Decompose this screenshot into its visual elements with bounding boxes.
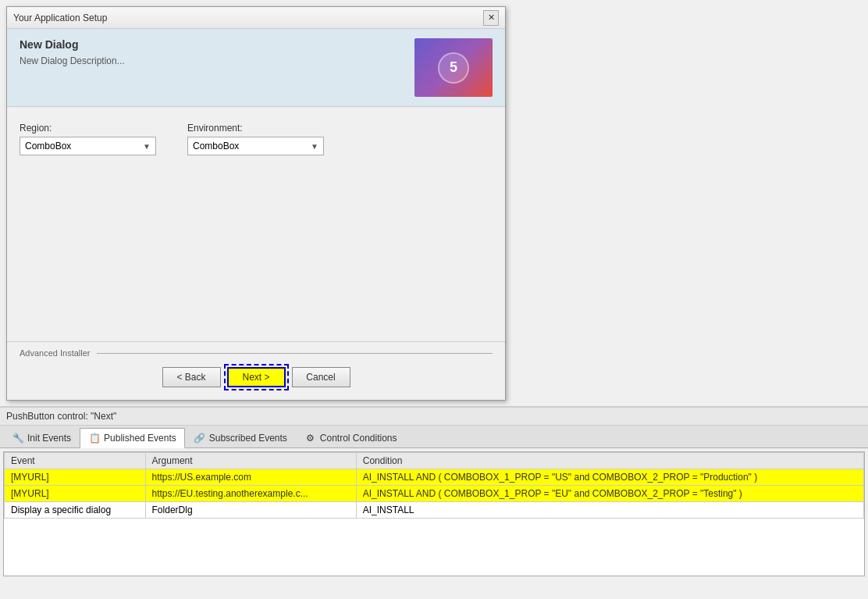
tab-init-events[interactable]: 🔧 Init Events bbox=[3, 427, 80, 447]
back-button[interactable]: < Back bbox=[162, 367, 221, 387]
footer-divider bbox=[97, 353, 493, 354]
tab-control-conditions-label: Control Conditions bbox=[320, 433, 397, 444]
dialog-titlebar: Your Application Setup ✕ bbox=[7, 7, 505, 29]
environment-label: Environment: bbox=[187, 123, 324, 134]
table-header-row: Event Argument Condition bbox=[5, 453, 864, 469]
dialog-header-text: New Dialog New Dialog Description... bbox=[20, 38, 125, 66]
row2-event: [MYURL] bbox=[5, 486, 146, 502]
tabs-bar: 🔧 Init Events 📋 Published Events 🔗 Subsc… bbox=[0, 426, 868, 448]
environment-combobox[interactable]: ComboBox ▼ bbox=[187, 137, 324, 155]
dialog-content: Region: ComboBox ▼ Environment: ComboBox… bbox=[7, 107, 505, 341]
row3-argument: FolderDlg bbox=[145, 502, 356, 519]
dialog-header-title: New Dialog bbox=[20, 38, 125, 51]
dialog-footer: Advanced Installer < Back Next > Cancel bbox=[7, 341, 505, 400]
table-row: [MYURL] https://US.example.com AI_INSTAL… bbox=[5, 469, 864, 486]
dialog-title: Your Application Setup bbox=[13, 12, 107, 23]
footer-buttons: < Back Next > Cancel bbox=[20, 364, 493, 394]
col-header-event: Event bbox=[5, 453, 146, 469]
dialog-window: Your Application Setup ✕ New Dialog New … bbox=[6, 6, 506, 401]
control-conditions-icon: ⚙ bbox=[304, 432, 317, 444]
dialog-header-description: New Dialog Description... bbox=[20, 55, 125, 66]
dialog-body: New Dialog New Dialog Description... 5 R… bbox=[7, 29, 505, 400]
tab-published-events-label: Published Events bbox=[104, 433, 176, 444]
col-header-condition: Condition bbox=[356, 453, 863, 469]
next-button[interactable]: Next > bbox=[227, 367, 286, 387]
footer-label-row: Advanced Installer bbox=[20, 348, 493, 358]
advanced-installer-label: Advanced Installer bbox=[20, 348, 91, 358]
environment-combobox-value: ComboBox bbox=[193, 141, 239, 152]
tab-subscribed-events-label: Subscribed Events bbox=[209, 433, 287, 444]
tab-control-conditions[interactable]: ⚙ Control Conditions bbox=[296, 427, 406, 447]
row3-event: Display a specific dialog bbox=[5, 502, 146, 519]
banner-logo: 5 bbox=[414, 38, 493, 97]
bottom-panel: PushButton control: "Next" 🔧 Init Events… bbox=[0, 406, 868, 599]
row1-event: [MYURL] bbox=[5, 469, 146, 486]
table-row: [MYURL] https://EU.testing.anotherexampl… bbox=[5, 486, 864, 502]
row2-condition: AI_INSTALL AND ( COMBOBOX_1_PROP = "EU" … bbox=[356, 486, 863, 502]
tab-subscribed-events[interactable]: 🔗 Subscribed Events bbox=[185, 427, 296, 447]
region-label: Region: bbox=[20, 123, 156, 134]
tab-content-published-events: Event Argument Condition [MYURL] https:/… bbox=[3, 451, 865, 576]
pushbutton-label: PushButton control: "Next" bbox=[0, 408, 868, 426]
row1-condition: AI_INSTALL AND ( COMBOBOX_1_PROP = "US" … bbox=[356, 469, 863, 486]
close-button[interactable]: ✕ bbox=[483, 10, 499, 26]
region-field: Region: ComboBox ▼ bbox=[20, 123, 156, 155]
form-row: Region: ComboBox ▼ Environment: ComboBox… bbox=[20, 123, 493, 155]
tab-init-events-label: Init Events bbox=[27, 433, 71, 444]
environment-combobox-arrow: ▼ bbox=[311, 142, 318, 151]
environment-field: Environment: ComboBox ▼ bbox=[187, 123, 324, 155]
row1-argument: https://US.example.com bbox=[145, 469, 356, 486]
region-combobox[interactable]: ComboBox ▼ bbox=[20, 137, 156, 155]
events-table: Event Argument Condition [MYURL] https:/… bbox=[4, 452, 864, 519]
row3-condition: AI_INSTALL bbox=[356, 502, 863, 519]
dialog-header-banner: New Dialog New Dialog Description... 5 bbox=[7, 29, 505, 107]
col-header-argument: Argument bbox=[145, 453, 356, 469]
subscribed-events-icon: 🔗 bbox=[194, 432, 206, 444]
banner-logo-number: 5 bbox=[450, 59, 457, 76]
tab-published-events[interactable]: 📋 Published Events bbox=[80, 428, 185, 448]
cancel-button[interactable]: Cancel bbox=[292, 367, 350, 387]
table-row: Display a specific dialog FolderDlg AI_I… bbox=[5, 502, 864, 519]
init-events-icon: 🔧 bbox=[12, 432, 24, 444]
published-events-icon: 📋 bbox=[88, 432, 101, 444]
row2-argument: https://EU.testing.anotherexample.c... bbox=[145, 486, 356, 502]
banner-logo-circle: 5 bbox=[438, 52, 469, 84]
region-combobox-value: ComboBox bbox=[25, 141, 71, 152]
region-combobox-arrow: ▼ bbox=[143, 142, 151, 151]
